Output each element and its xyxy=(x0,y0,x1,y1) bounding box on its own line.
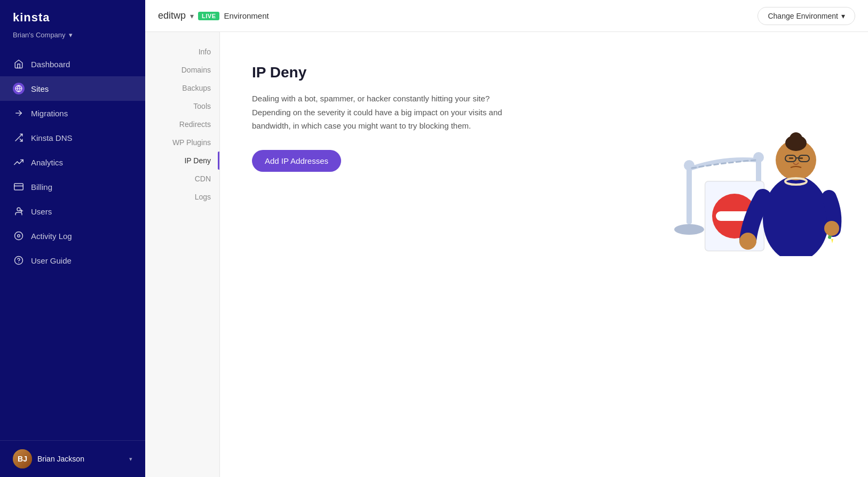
sidebar-nav: Dashboard Sites Migrations xyxy=(0,47,145,440)
svg-rect-13 xyxy=(686,165,692,224)
billing-label: Billing xyxy=(31,182,52,192)
env-label: Environment xyxy=(224,11,269,20)
company-selector[interactable]: Brian's Company ▾ xyxy=(13,31,132,39)
kinsta-dns-label: Kinsta DNS xyxy=(31,133,73,142)
globe-icon xyxy=(13,83,25,94)
sub-nav-logs[interactable]: Logs xyxy=(145,188,219,206)
svg-point-26 xyxy=(790,132,802,145)
user-name: Brian Jackson xyxy=(37,455,124,463)
svg-point-36 xyxy=(824,221,839,236)
sub-nav-tools[interactable]: Tools xyxy=(145,97,219,115)
sub-nav-backups[interactable]: Backups xyxy=(145,79,219,97)
sidebar-item-user-guide[interactable]: User Guide xyxy=(0,248,145,273)
svg-marker-35 xyxy=(831,239,833,243)
sidebar-item-kinsta-dns[interactable]: Kinsta DNS xyxy=(0,125,145,150)
change-env-chevron-icon: ▾ xyxy=(841,12,845,20)
analytics-label: Analytics xyxy=(31,158,63,167)
dashboard-label: Dashboard xyxy=(31,60,70,69)
dns-icon xyxy=(13,132,25,144)
svg-point-23 xyxy=(763,176,829,256)
topbar: editwp ▾ LIVE Environment Change Environ… xyxy=(145,0,868,32)
sidebar-header: kinsta Brian's Company ▾ xyxy=(0,0,145,47)
sidebar-item-dashboard[interactable]: Dashboard xyxy=(0,52,145,76)
main-area: editwp ▾ LIVE Environment Change Environ… xyxy=(145,0,868,477)
svg-point-9 xyxy=(15,232,23,240)
content-area: Info Domains Backups Tools Redirects WP … xyxy=(145,32,868,477)
sidebar-item-sites[interactable]: Sites xyxy=(0,76,145,101)
sidebar: kinsta Brian's Company ▾ Dashboard xyxy=(0,0,145,477)
user-chevron-icon: ▾ xyxy=(129,456,132,463)
migrations-icon xyxy=(13,107,25,119)
user-guide-icon xyxy=(13,255,25,266)
svg-point-10 xyxy=(18,235,20,237)
sub-nav-domains[interactable]: Domains xyxy=(145,61,219,79)
company-name-label: Brian's Company xyxy=(13,31,66,39)
ip-deny-illustration xyxy=(644,53,847,256)
migrations-label: Migrations xyxy=(31,109,68,118)
topbar-left: editwp ▾ LIVE Environment xyxy=(158,10,269,21)
users-label: Users xyxy=(31,207,52,216)
live-badge: LIVE xyxy=(198,12,219,20)
sites-label: Sites xyxy=(31,84,49,93)
svg-point-33 xyxy=(739,233,756,250)
site-name: editwp xyxy=(158,10,186,21)
user-guide-label: User Guide xyxy=(31,256,72,265)
sub-nav-cdn[interactable]: CDN xyxy=(145,170,219,188)
billing-icon xyxy=(13,181,25,193)
sidebar-item-activity-log[interactable]: Activity Log xyxy=(0,224,145,248)
activity-log-icon xyxy=(13,230,25,242)
site-selector-chevron-icon[interactable]: ▾ xyxy=(190,12,194,20)
sub-nav-redirects[interactable]: Redirects xyxy=(145,115,219,133)
page-description: Dealing with a bot, spammer, or hacker c… xyxy=(252,92,530,133)
change-environment-button[interactable]: Change Environment ▾ xyxy=(757,7,855,25)
avatar: BJ xyxy=(13,449,32,468)
analytics-icon xyxy=(13,156,25,168)
home-icon xyxy=(13,58,25,70)
activity-log-label: Activity Log xyxy=(31,232,72,241)
page-content: IP Deny Dealing with a bot, spammer, or … xyxy=(220,32,868,477)
users-icon xyxy=(13,205,25,217)
sub-nav-info[interactable]: Info xyxy=(145,43,219,61)
add-ip-addresses-button[interactable]: Add IP Addresses xyxy=(252,150,341,172)
sidebar-item-billing[interactable]: Billing xyxy=(0,174,145,199)
svg-point-6 xyxy=(17,208,20,211)
company-chevron-icon: ▾ xyxy=(69,31,73,39)
sub-nav-ip-deny[interactable]: IP Deny xyxy=(145,152,219,170)
sidebar-item-analytics[interactable]: Analytics xyxy=(0,150,145,174)
svg-rect-27 xyxy=(789,157,793,159)
svg-point-14 xyxy=(674,224,704,235)
svg-rect-4 xyxy=(14,184,23,190)
sidebar-item-users[interactable]: Users xyxy=(0,199,145,224)
sub-sidebar: Info Domains Backups Tools Redirects WP … xyxy=(145,32,220,477)
sub-nav-wp-plugins[interactable]: WP Plugins xyxy=(145,133,219,152)
sidebar-logo: kinsta xyxy=(13,11,132,25)
user-profile[interactable]: BJ Brian Jackson ▾ xyxy=(0,440,145,477)
sidebar-item-migrations[interactable]: Migrations xyxy=(0,101,145,125)
logo-text: kinsta xyxy=(13,11,50,25)
